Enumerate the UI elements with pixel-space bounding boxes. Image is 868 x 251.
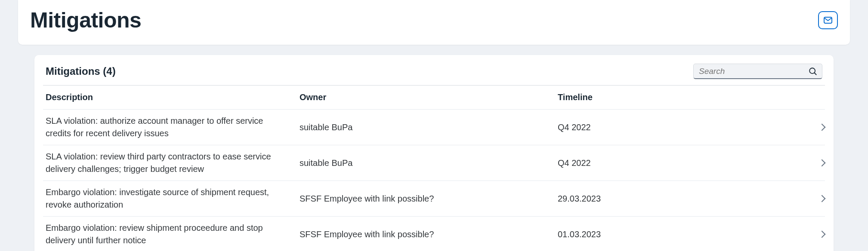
- page-title: Mitigations: [30, 8, 141, 33]
- cell-description: Embargo violation: review shipment proce…: [46, 222, 300, 247]
- cell-timeline: Q4 2022: [558, 122, 799, 132]
- table-title: Mitigations (4): [46, 65, 116, 77]
- table-row[interactable]: SLA violation: authorize account manager…: [43, 110, 825, 145]
- search-box[interactable]: [693, 64, 822, 79]
- search-icon: [808, 67, 818, 76]
- cell-owner: suitable BuPa: [300, 158, 558, 168]
- table-column-headers: Description Owner Timeline: [43, 86, 825, 110]
- table-row[interactable]: Embargo violation: review shipment proce…: [43, 217, 825, 251]
- email-button[interactable]: [818, 11, 838, 29]
- chevron-right-icon[interactable]: [819, 159, 826, 167]
- cell-owner: suitable BuPa: [300, 122, 558, 132]
- cell-timeline: Q4 2022: [558, 158, 799, 168]
- table-header: Mitigations (4): [43, 55, 825, 86]
- table-row[interactable]: Embargo violation: investigate source of…: [43, 181, 825, 217]
- cell-owner: SFSF Employee with link possible?: [300, 230, 558, 239]
- svg-point-1: [809, 68, 815, 73]
- cell-description: Embargo violation: investigate source of…: [46, 186, 300, 211]
- page-header: Mitigations: [18, 0, 850, 45]
- table-row[interactable]: SLA violation: review third party contra…: [43, 145, 825, 181]
- cell-description: SLA violation: authorize account manager…: [46, 115, 300, 140]
- cell-owner: SFSF Employee with link possible?: [300, 194, 558, 204]
- email-icon: [823, 15, 833, 25]
- column-header-timeline: Timeline: [558, 92, 799, 102]
- column-header-owner: Owner: [300, 92, 558, 102]
- search-input[interactable]: [694, 64, 822, 78]
- chevron-right-icon[interactable]: [819, 124, 826, 131]
- svg-line-2: [814, 73, 816, 75]
- cell-description: SLA violation: review third party contra…: [46, 150, 300, 175]
- mitigations-table-card: Mitigations (4) Description Owner Timeli…: [34, 55, 834, 251]
- chevron-right-icon[interactable]: [819, 231, 826, 238]
- chevron-right-icon[interactable]: [819, 195, 826, 202]
- cell-timeline: 29.03.2023: [558, 194, 799, 204]
- cell-timeline: 01.03.2023: [558, 230, 799, 239]
- column-header-description: Description: [46, 92, 300, 102]
